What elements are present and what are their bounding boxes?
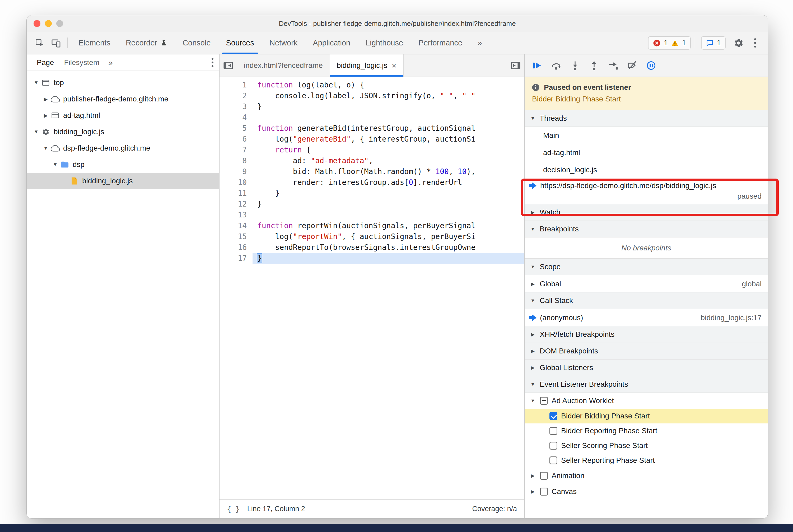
tab-console[interactable]: Console bbox=[175, 32, 218, 54]
show-navigator-button[interactable] bbox=[220, 54, 237, 77]
line-number[interactable]: 13 bbox=[220, 209, 247, 220]
code-lines[interactable]: function log(label, o) { console.log(lab… bbox=[252, 77, 524, 499]
chevron-down-icon[interactable]: ▼ bbox=[32, 80, 41, 86]
scope-global-row[interactable]: ▶ Global global bbox=[525, 275, 768, 292]
canvas-checkbox[interactable] bbox=[540, 488, 548, 496]
chevron-down-icon[interactable]: ▼ bbox=[41, 145, 51, 151]
call-stack-section-header[interactable]: ▼ Call Stack bbox=[525, 292, 768, 309]
code-line[interactable] bbox=[252, 112, 524, 123]
seller-reporting-phase-start-checkbox[interactable] bbox=[549, 456, 558, 464]
line-number[interactable]: 9 bbox=[220, 166, 247, 177]
line-number[interactable]: 5 bbox=[220, 123, 247, 134]
bidder-reporting-phase-start-checkbox[interactable] bbox=[549, 427, 558, 435]
code-line[interactable]: function log(label, o) { bbox=[252, 79, 524, 90]
code-line[interactable] bbox=[252, 209, 524, 220]
line-number[interactable]: 15 bbox=[220, 231, 247, 242]
chevron-right-icon[interactable]: ▶ bbox=[41, 96, 51, 102]
pause-on-exceptions-button[interactable] bbox=[643, 58, 659, 73]
code-line[interactable]: render: interestGroup.ads[0].renderUrl bbox=[252, 177, 524, 188]
code-line[interactable]: sendReportTo(browserSignals.interestGrou… bbox=[252, 242, 524, 253]
global-listeners-section-header[interactable]: ▶ Global Listeners bbox=[525, 359, 768, 376]
line-number[interactable]: 4 bbox=[220, 112, 247, 123]
chevron-down-icon[interactable]: ▼ bbox=[51, 162, 60, 168]
zoom-window-button[interactable] bbox=[56, 20, 63, 27]
thread-bidding-logic-paused[interactable]: https://dsp-fledge-demo.glitch.me/dsp/bi… bbox=[525, 178, 768, 204]
elb-item-bidder-bidding-phase-start[interactable]: Bidder Bidding Phase Start bbox=[525, 408, 768, 423]
tree-item-ad-tag[interactable]: ▶ ad-tag.html bbox=[27, 107, 219, 124]
line-number[interactable]: 11 bbox=[220, 188, 247, 198]
event-listener-breakpoints-section-header[interactable]: ▼ Event Listener Breakpoints bbox=[525, 376, 768, 393]
settings-button[interactable] bbox=[730, 32, 747, 54]
tab-page[interactable]: Page bbox=[33, 58, 58, 67]
tab-performance[interactable]: Performance bbox=[411, 32, 470, 54]
code-line[interactable]: console.log(label, JSON.stringify(o, " "… bbox=[252, 90, 524, 101]
tab-recorder[interactable]: Recorder bbox=[118, 32, 175, 54]
code-line[interactable]: bid: Math.floor(Math.random() * 100, 10)… bbox=[252, 166, 524, 177]
line-number[interactable]: 16 bbox=[220, 242, 247, 253]
close-window-button[interactable] bbox=[34, 20, 40, 27]
deactivate-breakpoints-button[interactable] bbox=[624, 58, 640, 73]
step-out-button[interactable] bbox=[586, 58, 602, 73]
line-number[interactable]: 7 bbox=[220, 145, 247, 155]
tree-item-top[interactable]: ▼ top bbox=[27, 75, 219, 91]
tree-item-dsp-origin[interactable]: ▼ dsp-fledge-demo.glitch.me bbox=[27, 140, 219, 156]
xhr-breakpoints-section-header[interactable]: ▶ XHR/fetch Breakpoints bbox=[525, 326, 768, 343]
pretty-print-button[interactable]: { } bbox=[227, 505, 240, 513]
line-number[interactable]: 12 bbox=[220, 198, 247, 209]
resume-button[interactable] bbox=[529, 58, 545, 73]
tree-item-dsp-folder[interactable]: ▼ dsp bbox=[27, 156, 219, 173]
tree-item-bidding-logic-file[interactable]: bidding_logic.js bbox=[27, 173, 219, 189]
code-line[interactable]: log("reportWin", { auctionSignals, perBu… bbox=[252, 231, 524, 242]
line-number[interactable]: 2 bbox=[220, 90, 247, 101]
code-line[interactable]: log("generateBid", { interestGroup, auct… bbox=[252, 134, 524, 145]
bidder-bidding-phase-start-checkbox[interactable] bbox=[549, 412, 558, 420]
elb-group-canvas[interactable]: ▶ Canvas bbox=[525, 484, 768, 499]
tree-item-worklet[interactable]: ▼ bidding_logic.js bbox=[27, 124, 219, 140]
navigator-menu-button[interactable] bbox=[211, 58, 213, 67]
tree-item-publisher-origin[interactable]: ▶ publisher-fledge-demo.glitch.me bbox=[27, 91, 219, 107]
minimize-window-button[interactable] bbox=[45, 20, 52, 27]
thread-ad-tag[interactable]: ad-tag.html bbox=[525, 144, 768, 161]
chevron-right-icon[interactable]: ▶ bbox=[41, 113, 51, 119]
watch-section-header[interactable]: ▶ Watch bbox=[525, 204, 768, 221]
main-menu-button[interactable] bbox=[747, 32, 763, 54]
thread-decision-logic[interactable]: decision_logic.js bbox=[525, 161, 768, 178]
tab-network[interactable]: Network bbox=[262, 32, 305, 54]
editor-tab-index-html[interactable]: index.html?fencedframe bbox=[237, 54, 330, 77]
elb-item-bidder-reporting-phase-start[interactable]: Bidder Reporting Phase Start bbox=[525, 423, 768, 438]
issues-badge[interactable]: 1 bbox=[701, 36, 725, 50]
animation-checkbox[interactable] bbox=[540, 472, 548, 480]
line-number[interactable]: 6 bbox=[220, 134, 247, 145]
breakpoints-section-header[interactable]: ▼ Breakpoints bbox=[525, 221, 768, 238]
chevron-down-icon[interactable]: ▼ bbox=[32, 129, 41, 135]
tab-application[interactable]: Application bbox=[305, 32, 358, 54]
tab-elements[interactable]: Elements bbox=[71, 32, 118, 54]
tab-lighthouse[interactable]: Lighthouse bbox=[358, 32, 411, 54]
line-number[interactable]: 10 bbox=[220, 177, 247, 188]
code-line[interactable]: function generateBid(interestGroup, auct… bbox=[252, 123, 524, 134]
elb-group-ad-auction-worklet[interactable]: ▼ Ad Auction Worklet bbox=[525, 393, 768, 408]
code-line[interactable]: } bbox=[252, 101, 524, 112]
step-into-button[interactable] bbox=[567, 58, 583, 73]
code-line[interactable]: } bbox=[252, 198, 524, 209]
code-line[interactable]: } bbox=[252, 188, 524, 198]
more-tabs-button[interactable]: » bbox=[470, 32, 490, 54]
tab-sources[interactable]: Sources bbox=[219, 32, 262, 54]
elb-item-seller-scoring-phase-start[interactable]: Seller Scoring Phase Start bbox=[525, 438, 768, 453]
code-line[interactable]: ad: "ad-metadata", bbox=[252, 155, 524, 166]
step-over-button[interactable] bbox=[548, 58, 564, 73]
code-editor[interactable]: 1234567891011121314151617 function log(l… bbox=[220, 77, 524, 499]
line-number[interactable]: 8 bbox=[220, 155, 247, 166]
seller-scoring-phase-start-checkbox[interactable] bbox=[549, 442, 558, 450]
next-editor-button[interactable] bbox=[507, 54, 524, 77]
line-number[interactable]: 1 bbox=[220, 79, 247, 90]
threads-section-header[interactable]: ▼ Threads bbox=[525, 110, 768, 127]
line-number[interactable]: 3 bbox=[220, 101, 247, 112]
editor-tab-bidding-logic[interactable]: bidding_logic.js × bbox=[330, 54, 404, 77]
elb-item-seller-reporting-phase-start[interactable]: Seller Reporting Phase Start bbox=[525, 453, 768, 468]
ad-auction-worklet-checkbox[interactable] bbox=[540, 397, 548, 405]
thread-main[interactable]: Main bbox=[525, 127, 768, 144]
device-toolbar-button[interactable] bbox=[48, 32, 64, 54]
step-button[interactable] bbox=[605, 58, 621, 73]
dom-breakpoints-section-header[interactable]: ▶ DOM Breakpoints bbox=[525, 343, 768, 360]
